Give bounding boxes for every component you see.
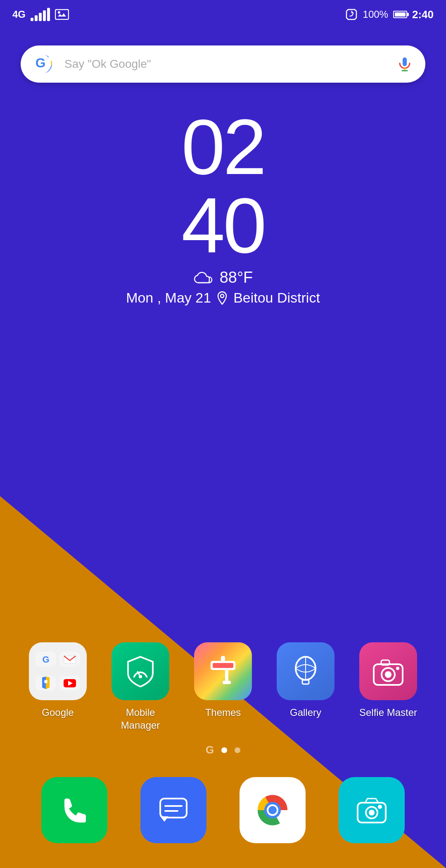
svg-point-42 — [369, 810, 375, 816]
svg-text:G: G — [36, 55, 46, 70]
clock-minute: 40 — [0, 186, 446, 265]
svg-rect-19 — [213, 663, 233, 668]
svg-point-43 — [378, 805, 382, 809]
app-item-themes[interactable]: Themes — [190, 642, 256, 719]
page-dot-active[interactable] — [221, 747, 227, 753]
clock-widget: 02 40 88°F Mon , May 21 Beitou District — [0, 107, 446, 306]
svg-line-17 — [147, 677, 147, 677]
page-dots: G — [0, 744, 446, 756]
signal-bar-4 — [43, 10, 46, 21]
status-bar: 4G 100% 2:40 — [0, 0, 446, 29]
app-dock — [0, 777, 446, 843]
google-search-bar[interactable]: G Say "Ok Google" — [21, 45, 425, 83]
status-time: 2:40 — [412, 8, 434, 21]
dock-item-phone[interactable] — [41, 777, 107, 843]
selfie-master-app-label: Selfie Master — [359, 706, 417, 719]
microphone-icon[interactable] — [396, 56, 413, 72]
app-item-selfie-master[interactable]: Selfie Master — [355, 642, 421, 719]
svg-rect-20 — [225, 670, 228, 682]
weather-cloud-icon — [193, 270, 214, 285]
temperature: 88°F — [220, 269, 253, 286]
svg-point-7 — [221, 294, 224, 298]
image-notification-icon — [55, 9, 69, 20]
google-app-label: Google — [42, 706, 74, 719]
svg-point-3 — [58, 11, 60, 14]
app-item-gallery[interactable]: Gallery — [273, 642, 339, 719]
svg-rect-2 — [55, 10, 69, 19]
gallery-icon-svg — [287, 653, 324, 690]
google-app-icon[interactable]: G — [29, 642, 87, 700]
svg-line-16 — [133, 677, 134, 677]
signal-bar-3 — [39, 13, 42, 21]
weather-row: 88°F — [0, 269, 446, 286]
status-left: 4G — [12, 8, 69, 21]
app-item-google[interactable]: G — [25, 642, 91, 719]
location-pin-icon — [216, 291, 228, 305]
themes-app-icon[interactable] — [194, 642, 252, 700]
svg-point-32 — [396, 667, 399, 670]
gallery-app-icon[interactable] — [277, 642, 334, 700]
app-item-mobile-manager[interactable]: Mobile Manager — [107, 642, 173, 732]
svg-text:G: G — [42, 654, 49, 665]
chrome-icon — [256, 794, 289, 827]
google-sub-youtube — [59, 676, 80, 691]
signal-bar-1 — [31, 18, 33, 21]
clock-hour: 02 — [0, 107, 446, 186]
app-grid: G — [0, 642, 446, 732]
page-dot-inactive[interactable] — [235, 747, 240, 753]
google-sub-gmail — [59, 652, 80, 667]
selfie-master-icon-svg — [370, 653, 407, 690]
camera-icon — [355, 794, 388, 827]
mobile-manager-app-label: Mobile Manager — [107, 706, 173, 732]
mobile-manager-icon-svg — [122, 653, 159, 690]
svg-point-30 — [385, 671, 391, 678]
phone-icon — [58, 794, 91, 827]
signal-bar-5 — [47, 8, 50, 21]
signal-type: 4G — [12, 9, 26, 20]
svg-rect-25 — [302, 680, 309, 684]
svg-rect-22 — [221, 656, 225, 663]
google-g-simple: G — [30, 53, 51, 75]
svg-rect-33 — [160, 799, 187, 818]
svg-point-15 — [139, 675, 142, 678]
dock-item-chrome[interactable] — [240, 777, 306, 843]
google-sub-g: G — [36, 652, 56, 667]
rotate-icon — [345, 8, 358, 21]
search-placeholder: Say "Ok Google" — [64, 57, 388, 71]
messages-icon — [157, 794, 190, 827]
battery-icon — [393, 11, 407, 18]
signal-bars — [31, 8, 50, 21]
svg-rect-21 — [223, 681, 231, 684]
google-sub-maps — [36, 676, 56, 691]
dock-item-camera[interactable] — [339, 777, 405, 843]
mobile-manager-app-icon[interactable] — [112, 642, 169, 700]
battery-percentage: 100% — [363, 9, 388, 20]
themes-app-label: Themes — [205, 706, 241, 719]
dock-item-messages[interactable] — [140, 777, 206, 843]
status-right: 100% 2:40 — [345, 8, 434, 21]
page-dot-g[interactable]: G — [206, 744, 214, 756]
signal-bar-2 — [35, 15, 38, 21]
selfie-master-app-icon[interactable] — [359, 642, 417, 700]
location-display: Beitou District — [233, 290, 320, 306]
themes-icon-svg — [204, 653, 242, 690]
svg-point-39 — [268, 806, 277, 814]
date-row: Mon , May 21 Beitou District — [0, 290, 446, 306]
gallery-app-label: Gallery — [290, 706, 321, 719]
svg-point-12 — [44, 680, 47, 683]
date-display: Mon , May 21 — [126, 290, 211, 306]
battery-fill — [395, 12, 406, 17]
